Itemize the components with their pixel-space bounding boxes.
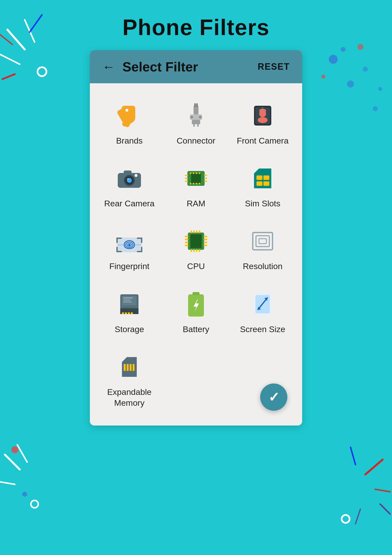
brands-icon bbox=[115, 102, 144, 129]
resolution-label: Resolution bbox=[243, 261, 283, 272]
svg-point-36 bbox=[199, 116, 201, 118]
svg-rect-113 bbox=[124, 364, 126, 371]
storage-icon bbox=[115, 291, 144, 318]
svg-rect-115 bbox=[130, 364, 132, 371]
svg-point-12 bbox=[321, 75, 325, 79]
svg-rect-28 bbox=[194, 106, 198, 114]
svg-rect-67 bbox=[263, 175, 269, 180]
svg-rect-103 bbox=[123, 299, 131, 300]
svg-rect-106 bbox=[193, 292, 199, 295]
svg-rect-116 bbox=[133, 364, 135, 371]
svg-rect-52 bbox=[190, 172, 191, 174]
svg-line-0 bbox=[7, 30, 25, 49]
front-camera-label: Front Camera bbox=[237, 135, 289, 146]
svg-rect-59 bbox=[199, 183, 200, 184]
sim-slots-icon bbox=[248, 165, 277, 192]
filter-item-fingerprint[interactable]: Fingerprint bbox=[97, 219, 161, 279]
svg-rect-89 bbox=[204, 242, 207, 243]
check-icon: ✓ bbox=[268, 389, 279, 405]
svg-rect-86 bbox=[185, 245, 188, 246]
svg-rect-32 bbox=[197, 124, 199, 127]
cpu-label: CPU bbox=[187, 261, 205, 272]
svg-point-48 bbox=[127, 178, 129, 180]
confirm-fab[interactable]: ✓ bbox=[260, 384, 287, 411]
svg-rect-102 bbox=[123, 297, 133, 299]
filter-item-sim-slots[interactable]: Sim Slots bbox=[231, 156, 295, 216]
svg-rect-54 bbox=[196, 172, 197, 174]
svg-point-49 bbox=[135, 174, 137, 177]
svg-rect-90 bbox=[204, 245, 207, 246]
sim-slots-label: Sim Slots bbox=[245, 198, 280, 209]
svg-rect-93 bbox=[259, 239, 266, 244]
filter-item-screen-size[interactable]: Screen Size bbox=[231, 282, 295, 342]
ram-icon bbox=[181, 165, 211, 192]
svg-line-23 bbox=[351, 447, 355, 465]
svg-line-1 bbox=[0, 54, 20, 64]
svg-rect-63 bbox=[204, 175, 207, 176]
svg-rect-31 bbox=[193, 124, 195, 127]
resolution-icon bbox=[248, 228, 277, 255]
svg-line-24 bbox=[380, 504, 390, 514]
filter-item-connector[interactable]: Connector bbox=[164, 93, 228, 153]
battery-label: Battery bbox=[183, 324, 209, 335]
svg-rect-82 bbox=[199, 249, 200, 252]
svg-rect-92 bbox=[256, 236, 269, 247]
card-header: ← Select Filter RESET bbox=[90, 50, 302, 83]
svg-rect-68 bbox=[256, 181, 262, 186]
svg-rect-58 bbox=[196, 183, 197, 184]
svg-point-8 bbox=[347, 81, 354, 87]
back-button[interactable]: ← bbox=[102, 60, 115, 73]
svg-line-2 bbox=[25, 20, 35, 42]
svg-rect-44 bbox=[124, 171, 132, 174]
svg-line-15 bbox=[5, 455, 20, 470]
cpu-icon bbox=[181, 228, 211, 255]
svg-line-25 bbox=[355, 509, 360, 524]
brands-label: Brands bbox=[116, 135, 143, 146]
ram-label: RAM bbox=[187, 198, 205, 209]
svg-line-4 bbox=[30, 15, 42, 32]
svg-rect-55 bbox=[199, 172, 200, 174]
header-title: Select Filter bbox=[122, 59, 258, 74]
phone-card: ← Select Filter RESET Brands bbox=[90, 50, 302, 426]
filter-item-resolution[interactable]: Resolution bbox=[231, 219, 295, 279]
filter-item-battery[interactable]: Battery bbox=[164, 282, 228, 342]
connector-icon bbox=[181, 102, 211, 129]
filter-item-ram[interactable]: RAM bbox=[164, 156, 228, 216]
filter-item-brands[interactable]: Brands bbox=[97, 93, 161, 153]
fingerprint-icon bbox=[115, 228, 144, 255]
svg-rect-53 bbox=[193, 172, 194, 174]
reset-button[interactable]: RESET bbox=[258, 62, 290, 72]
screen-size-label: Screen Size bbox=[240, 324, 285, 335]
filter-item-storage[interactable]: Storage bbox=[97, 282, 161, 342]
svg-rect-78 bbox=[199, 231, 200, 233]
svg-rect-74 bbox=[190, 234, 202, 248]
svg-rect-62 bbox=[185, 181, 188, 182]
filter-item-front-camera[interactable]: Front Camera bbox=[231, 93, 295, 153]
filter-item-expandable-memory[interactable]: ExpandableMemory bbox=[97, 344, 161, 416]
filter-item-rear-camera[interactable]: Rear Camera bbox=[97, 156, 161, 216]
svg-rect-61 bbox=[185, 178, 188, 179]
svg-rect-56 bbox=[190, 183, 191, 184]
svg-rect-30 bbox=[192, 120, 200, 124]
svg-rect-87 bbox=[204, 236, 207, 237]
rear-camera-label: Rear Camera bbox=[104, 198, 155, 209]
svg-line-21 bbox=[365, 460, 383, 474]
svg-rect-75 bbox=[191, 231, 192, 233]
screen-size-icon bbox=[248, 291, 277, 318]
svg-line-3 bbox=[2, 74, 15, 79]
svg-rect-99 bbox=[128, 312, 130, 314]
fingerprint-label: Fingerprint bbox=[109, 261, 150, 272]
filter-item-cpu[interactable]: CPU bbox=[164, 219, 228, 279]
svg-rect-88 bbox=[204, 239, 207, 240]
svg-point-9 bbox=[363, 67, 368, 72]
svg-line-5 bbox=[0, 35, 12, 44]
svg-point-27 bbox=[125, 109, 128, 112]
svg-rect-84 bbox=[185, 239, 188, 240]
svg-rect-100 bbox=[131, 312, 133, 314]
svg-rect-97 bbox=[122, 312, 124, 314]
storage-label: Storage bbox=[115, 324, 144, 335]
filter-grid: Brands Connect bbox=[90, 83, 302, 426]
svg-point-41 bbox=[258, 117, 268, 123]
svg-rect-98 bbox=[125, 312, 127, 314]
expandable-memory-icon bbox=[115, 353, 144, 381]
